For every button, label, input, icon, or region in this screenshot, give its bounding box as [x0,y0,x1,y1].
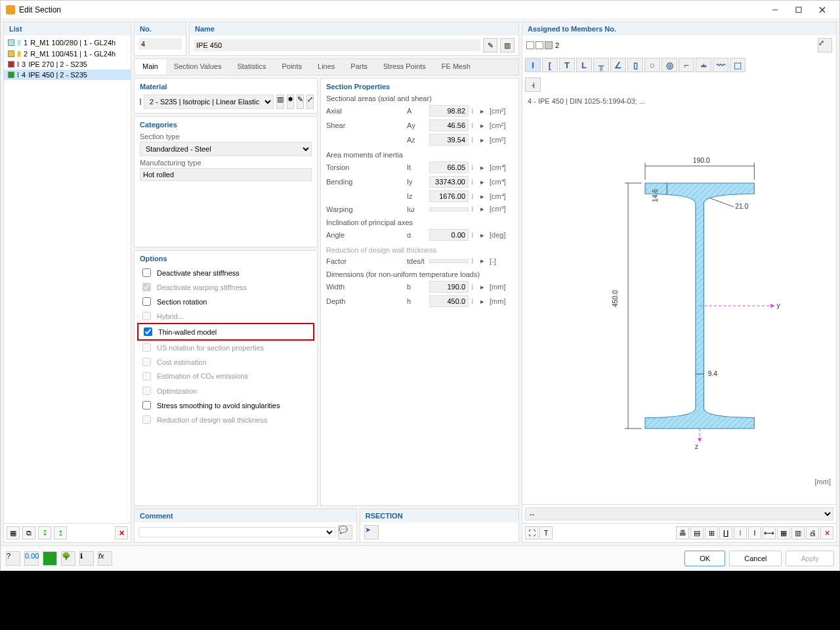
help-button[interactable]: ? [6,551,20,566]
close-button[interactable] [810,2,834,18]
prop-value[interactable]: 33743.00 [429,176,469,188]
exclude-button[interactable]: ↥ [54,526,67,539]
view-cs-button[interactable]: ⊞ [705,526,718,539]
shape-c-button[interactable]: [ [542,58,558,72]
shape-rect-button[interactable]: ▯ [627,58,643,72]
apply-button[interactable]: Apply [786,551,834,566]
prop-value[interactable]: 66.05 [429,161,469,173]
menu-arrow-icon[interactable]: ▸ [480,163,487,172]
tab-main[interactable]: Main [135,59,166,75]
menu-arrow-icon[interactable]: ▸ [480,121,487,130]
spinner-icon[interactable]: ⁞ [471,231,478,240]
menu-arrow-icon[interactable]: ▸ [480,136,487,144]
spinner-icon[interactable]: ⁞ [471,178,478,186]
shape-i-button[interactable]: I [525,58,541,72]
material-new-button[interactable]: ✸ [287,94,294,109]
rsection-open-button[interactable]: ➤ [364,525,379,539]
view-fit-button[interactable]: ⛶ [525,526,538,539]
copy-section-button[interactable]: ⧉ [22,526,35,539]
menu-arrow-icon[interactable]: ▸ [480,107,487,116]
shape-t-button[interactable]: T [559,58,575,72]
prop-value[interactable]: 46.56 [429,119,469,131]
comment-edit-button[interactable]: 💬 [338,525,352,539]
option-checkbox[interactable] [142,297,151,306]
view-section2-button[interactable]: I [748,526,761,539]
view-printer-button[interactable]: 🖨 [806,526,819,539]
new-section-button[interactable]: ▦ [7,526,20,539]
shape-wave-button[interactable]: 〰 [713,58,728,72]
name-input[interactable] [194,39,480,51]
info-button[interactable]: ℹ [79,551,94,566]
spinner-icon[interactable]: ⁞ [471,192,478,201]
name-library-button[interactable]: ▥ [500,38,514,52]
menu-arrow-icon[interactable]: ▸ [480,178,487,186]
minimize-button[interactable] [763,2,787,18]
delete-button[interactable]: ✕ [115,526,128,539]
option-checkbox[interactable] [142,268,151,277]
spinner-icon[interactable]: ⁞ [471,283,478,291]
option-checkbox[interactable] [142,401,151,410]
spinner-icon[interactable]: ⁞ [471,121,478,130]
tab-points[interactable]: Points [274,59,310,75]
list-item[interactable]: ▮ 2 R_M1 100/451 | 1 - GL24h [4,48,131,59]
preview-dropdown[interactable]: -- [525,507,833,520]
prop-value[interactable]: 190.0 [429,281,469,293]
tab-section-values[interactable]: Section Values [166,59,230,75]
tab-fe-mesh[interactable]: FE Mesh [434,59,478,75]
menu-arrow-icon[interactable]: ▸ [480,192,487,201]
prop-value[interactable]: 39.54 [429,134,469,146]
include-button[interactable]: ↧ [38,526,51,539]
menu-arrow-icon[interactable]: ▸ [480,297,487,306]
list-item[interactable]: ▮ 1 R_M1 100/280 | 1 - GL24h [4,37,131,48]
tab-statistics[interactable]: Statistics [229,59,274,75]
shape-z-button[interactable]: ⌐ [679,58,694,72]
material-edit-button[interactable]: ✎ [297,94,304,109]
view-export-button[interactable]: ▤ [690,526,704,539]
view-color-button[interactable]: ▥ [791,526,805,539]
view-grid-button[interactable]: ▦ [777,526,790,539]
prop-value[interactable]: 0.00 [429,229,469,241]
name-edit-button[interactable]: ✎ [483,38,497,52]
shape-angle-button[interactable]: ∠ [610,58,626,72]
spinner-icon[interactable]: ⁞ [471,163,478,172]
spinner-icon[interactable]: ⁞ [471,136,478,144]
prop-value[interactable]: 450.0 [429,295,469,307]
view-axes-button[interactable]: ∐ [719,526,732,539]
section-type-select[interactable]: Standardized - Steel [140,142,312,156]
assigned-pick-button[interactable]: ⤢ [818,38,832,52]
tab-lines[interactable]: Lines [310,59,343,75]
view-text-button[interactable]: T [539,526,553,539]
menu-arrow-icon[interactable]: ▸ [480,283,487,291]
view-reset-button[interactable]: ✕ [820,526,833,539]
list-item[interactable]: I 4 IPE 450 | 2 - S235 [4,70,131,80]
material-pick-button[interactable]: ⤢ [306,94,314,109]
shape-custom-button[interactable]: ⫞ [525,77,541,92]
spinner-icon[interactable]: ⁞ [471,107,478,116]
tree-button[interactable]: 🌳 [61,551,75,566]
view-section-button[interactable]: I [734,526,747,539]
ok-button[interactable]: OK [684,551,725,566]
color-button[interactable] [43,551,57,566]
spinner-icon[interactable]: ⁞ [471,297,478,306]
material-lib-button[interactable]: ▥ [276,94,284,109]
no-input[interactable] [138,38,182,50]
tab-stress-points[interactable]: Stress Points [375,59,434,75]
fx-button[interactable]: fx [98,551,112,566]
list-item[interactable]: I 3 IPE 270 | 2 - S235 [4,59,131,70]
shape-l-button[interactable]: L [576,58,592,72]
material-select[interactable]: 2 - S235 | Isotropic | Linear Elastic [144,94,274,109]
comment-input[interactable] [138,527,335,537]
cancel-button[interactable]: Cancel [729,551,782,566]
view-dims-button[interactable]: ⟷ [763,526,776,539]
preview-canvas[interactable]: 190.0 450.0 14.6 21.0 9.4 [522,108,836,504]
shape-dot-button[interactable]: ⬚ [730,58,746,72]
maximize-button[interactable] [787,2,810,18]
shape-tt-button[interactable]: ╥ [593,58,609,72]
shape-circle-button[interactable]: ○ [644,58,660,72]
prop-value[interactable]: 1676.00 [429,190,469,202]
units-button[interactable]: 0.00 [24,551,39,566]
shape-double-i-button[interactable]: ⫨ [696,58,711,72]
menu-arrow-icon[interactable]: ▸ [480,231,487,240]
tab-parts[interactable]: Parts [343,59,375,75]
prop-value[interactable]: 98.82 [429,105,469,117]
